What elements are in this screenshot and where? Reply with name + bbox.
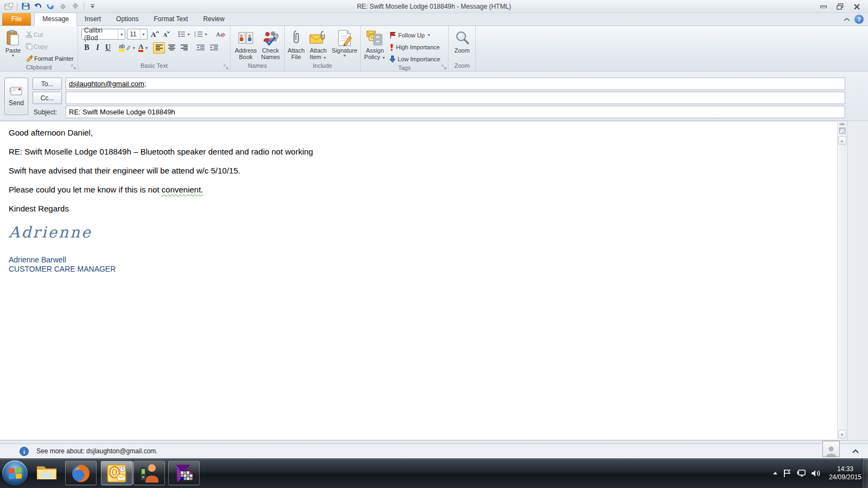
assign-policy-dropdown-icon: ▼ xyxy=(382,56,386,60)
align-left-button[interactable] xyxy=(153,42,165,54)
underline-button[interactable]: U xyxy=(103,42,114,54)
font-size-combo[interactable]: 11 ▼ xyxy=(127,29,147,40)
cc-field[interactable] xyxy=(66,92,845,104)
scroll-down-button[interactable]: ▼ xyxy=(838,430,846,439)
basic-text-dialog-launcher-icon[interactable] xyxy=(224,65,229,70)
font-color-dropdown-icon: ▼ xyxy=(144,46,148,50)
follow-up-button[interactable]: Follow Up ▼ xyxy=(390,29,440,41)
speaker-icon xyxy=(811,469,821,478)
numbering-button[interactable]: 123 ▼ xyxy=(193,29,209,40)
clipboard-dialog-launcher-icon[interactable] xyxy=(71,65,76,70)
help-button[interactable]: ? xyxy=(854,15,864,24)
scroll-up-button[interactable]: ▲ xyxy=(838,136,846,145)
tab-file[interactable]: File xyxy=(2,13,31,25)
taskbar-clock[interactable]: 14:33 24/09/2015 xyxy=(829,465,861,481)
format-painter-button[interactable]: Format Painter xyxy=(24,53,75,64)
taskbar-firefox-button[interactable] xyxy=(65,461,97,485)
high-importance-icon xyxy=(390,43,394,51)
view-ruler-button[interactable] xyxy=(838,126,846,134)
decrease-indent-button[interactable] xyxy=(194,42,207,54)
copy-button[interactable]: Copy xyxy=(24,41,75,52)
font-name-combo[interactable]: Calibri (Bod ▼ xyxy=(81,29,125,40)
tab-format-text[interactable]: Format Text xyxy=(146,13,195,25)
align-right-icon xyxy=(181,44,188,51)
taskbar-contacts-app-button[interactable] xyxy=(133,461,165,485)
clear-formatting-icon: Aa xyxy=(216,30,226,38)
minimize-ribbon-icon[interactable] xyxy=(844,16,850,23)
undo-button[interactable] xyxy=(33,2,43,11)
high-importance-button[interactable]: High Importance xyxy=(390,41,440,53)
people-pane-collapse-button[interactable] xyxy=(851,446,860,456)
assign-policy-icon xyxy=(366,29,384,47)
signature-button[interactable]: Signature ▼ xyxy=(330,28,359,62)
ribbon: Paste ▼ Cut Copy Format Painter xyxy=(0,26,868,72)
tab-insert[interactable]: Insert xyxy=(77,13,108,25)
customize-qat-icon[interactable] xyxy=(87,2,98,11)
low-importance-icon xyxy=(390,55,395,63)
clear-formatting-button[interactable]: Aa xyxy=(215,29,227,40)
text-highlight-button[interactable]: ab ▼ xyxy=(118,42,137,54)
taskbar-outlook-button[interactable] xyxy=(101,461,132,485)
tab-review[interactable]: Review xyxy=(196,13,232,25)
zoom-button[interactable]: Zoom xyxy=(452,28,471,62)
cc-button[interactable]: Cc... xyxy=(33,92,62,104)
tab-options[interactable]: Options xyxy=(108,13,146,25)
taskbar-grid-app-button[interactable] xyxy=(168,461,200,485)
firefox-icon xyxy=(71,463,91,484)
bold-button[interactable]: B xyxy=(81,42,92,54)
to-field[interactable]: dsjlaughton@gmail.com; xyxy=(66,78,845,90)
split-handle[interactable] xyxy=(839,123,845,125)
subject-field[interactable]: RE: Swift Moselle Lodge 018849h xyxy=(66,106,845,118)
font-color-button[interactable]: A ▼ xyxy=(137,42,149,54)
next-item-icon[interactable] xyxy=(70,2,81,11)
grow-font-button[interactable]: A xyxy=(149,29,160,40)
attach-item-button[interactable]: Attach Item ▼ xyxy=(308,28,329,62)
shrink-font-button[interactable]: A xyxy=(162,29,171,40)
tab-message[interactable]: Message xyxy=(34,12,77,26)
show-desktop-button[interactable] xyxy=(862,458,868,488)
attach-file-button[interactable]: Attach File xyxy=(286,28,306,62)
address-book-button[interactable]: Address Book xyxy=(233,28,258,62)
outlook-icon xyxy=(106,464,127,483)
bullets-button[interactable]: ▼ xyxy=(177,29,192,40)
volume-button[interactable] xyxy=(811,469,821,478)
bullets-icon xyxy=(178,31,186,37)
ribbon-tab-row: File Message Insert Options Format Text … xyxy=(0,13,868,26)
action-center-button[interactable] xyxy=(783,469,792,478)
low-importance-button[interactable]: Low Importance xyxy=(390,53,440,65)
save-button[interactable] xyxy=(20,2,31,11)
increase-indent-button[interactable] xyxy=(207,42,220,54)
align-right-button[interactable] xyxy=(178,42,190,54)
message-body-editor[interactable]: Good afternoon Daniel, RE: Swift Moselle… xyxy=(0,121,847,440)
send-button[interactable]: Send xyxy=(4,78,28,115)
signature-title: CUSTOMER CARE MANAGER xyxy=(9,265,825,274)
paste-button[interactable]: Paste ▼ xyxy=(2,28,24,64)
tags-dialog-launcher-icon[interactable] xyxy=(442,65,447,70)
redo-button[interactable] xyxy=(45,2,56,11)
cut-button[interactable]: Cut xyxy=(24,29,75,40)
to-button[interactable]: To... xyxy=(33,78,62,90)
italic-button[interactable]: I xyxy=(93,42,103,54)
message-icon[interactable] xyxy=(3,2,14,11)
attach-item-dropdown-icon: ▼ xyxy=(323,56,327,60)
zoom-icon xyxy=(455,29,470,47)
group-tags: Assign Policy ▼ Follow Up ▼ High Importa… xyxy=(361,26,449,71)
close-button[interactable] xyxy=(849,2,865,11)
show-hidden-icons-button[interactable] xyxy=(773,471,778,475)
restore-button[interactable] xyxy=(832,2,848,11)
contact-avatar[interactable] xyxy=(822,441,840,457)
minimize-button[interactable] xyxy=(815,2,831,11)
start-button[interactable] xyxy=(2,460,28,486)
ruler-icon xyxy=(839,127,846,134)
taskbar-explorer-button[interactable] xyxy=(35,462,59,483)
align-center-button[interactable] xyxy=(165,42,177,54)
subject-label: Subject: xyxy=(34,106,63,118)
network-button[interactable] xyxy=(796,469,806,478)
vertical-scrollbar[interactable]: ▲ ▼ xyxy=(837,122,846,439)
check-names-button[interactable]: @ Check Names xyxy=(259,28,282,62)
cut-icon xyxy=(25,31,33,38)
people-pane-splitter[interactable] xyxy=(0,440,868,444)
previous-item-icon[interactable] xyxy=(58,2,68,11)
assign-policy-button[interactable]: Assign Policy ▼ xyxy=(362,28,387,65)
people-pane-bar[interactable]: i See more about: dsjlaughton@gmail.com. xyxy=(0,444,868,458)
